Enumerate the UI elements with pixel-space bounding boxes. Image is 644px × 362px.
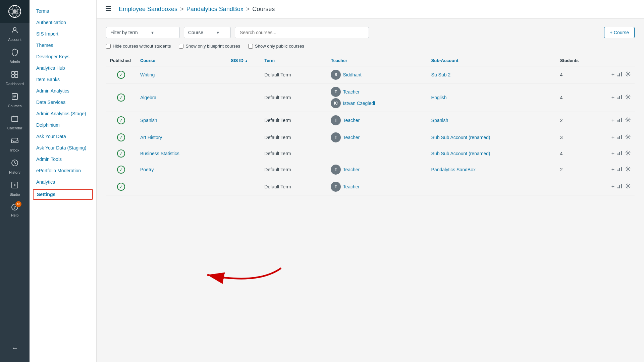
col-students[interactable]: Students [556,55,607,66]
public-only-checkbox[interactable]: Show only public courses [248,44,304,49]
sidebar-item-authentication[interactable]: Authentication [30,17,96,28]
teacher-link[interactable]: Teacher [343,89,360,95]
breadcrumb-employee-sandboxes[interactable]: Employee Sandboxes [119,6,177,13]
nav-item-admin[interactable]: Admin [0,45,30,67]
settings-icon[interactable] [625,183,631,190]
sub-account-link[interactable]: English [431,95,447,100]
nav-item-inbox[interactable]: Inbox [0,133,30,156]
sidebar-item-delphinium[interactable]: Delphinium [30,119,96,131]
cell-course[interactable]: Spanish [136,112,227,129]
cell-course[interactable]: Art History [136,129,227,146]
add-enrollment-icon[interactable]: + [611,167,614,173]
add-enrollment-icon[interactable]: + [611,150,614,157]
sidebar-item-themes[interactable]: Themes [30,40,96,51]
svg-rect-28 [618,98,619,99]
sidebar-item-item-banks[interactable]: Item Banks [30,74,96,85]
nav-item-courses[interactable]: Courses [0,89,30,111]
sub-account-link[interactable]: Sub Sub Account (renamed) [431,151,490,156]
stats-icon[interactable] [617,166,623,173]
cell-course[interactable]: Algebra [136,83,227,112]
sidebar-item-terms[interactable]: Terms [30,5,96,17]
add-enrollment-icon[interactable]: + [611,134,614,140]
sidebar-item-eportfolio-moderation[interactable]: ePortfolio Moderation [30,165,96,176]
stats-icon[interactable] [617,117,623,124]
teacher-link[interactable]: Istvan Czegledi [343,101,375,106]
stats-icon[interactable] [617,150,623,157]
sidebar-item-ask-your-data[interactable]: Ask Your Data [30,131,96,142]
teacher-link[interactable]: Teacher [343,135,360,140]
cell-course[interactable]: Writing [136,66,227,83]
sidebar-item-settings[interactable]: Settings [33,189,93,200]
settings-icon[interactable] [625,94,631,101]
settings-icon[interactable] [625,150,631,157]
breadcrumb-pandalytics[interactable]: Pandalytics SandBox [186,6,244,13]
settings-icon[interactable] [625,134,631,141]
sidebar-item-admin-tools[interactable]: Admin Tools [30,154,96,165]
sidebar-item-admin-analytics[interactable]: Admin Analytics [30,85,96,97]
nav-calendar-label: Calendar [7,126,22,130]
sub-account-link[interactable]: Pandalytics SandBox [431,167,476,172]
sidebar-item-admin-analytics-stage[interactable]: Admin Analytics (Stage) [30,108,96,119]
sidebar-item-data-services[interactable]: Data Services [30,97,96,108]
stats-icon[interactable] [617,94,623,101]
settings-icon[interactable] [625,117,631,124]
course-link[interactable]: Art History [140,135,162,140]
svg-point-27 [627,73,629,75]
course-link[interactable]: Business Statistics [140,151,179,156]
cell-course[interactable]: Business Statistics [136,146,227,161]
col-published[interactable]: Published [106,55,136,66]
sidebar-item-developer-keys[interactable]: Developer Keys [30,51,96,62]
stats-icon[interactable] [617,134,623,141]
col-term[interactable]: Term [260,55,327,66]
course-link[interactable]: Algebra [140,95,156,100]
teacher-link[interactable]: Teacher [343,184,360,189]
nav-item-history[interactable]: History [0,156,30,178]
add-enrollment-icon[interactable]: + [611,117,614,123]
settings-icon[interactable] [625,166,631,173]
term-filter[interactable]: Filter by term ▾ [106,27,180,38]
app-logo[interactable] [0,0,30,23]
stats-icon[interactable] [617,71,623,78]
svg-rect-42 [621,151,622,155]
teacher-link[interactable]: Teacher [343,167,360,172]
settings-icon[interactable] [625,71,631,78]
svg-rect-4 [12,71,14,74]
course-link[interactable]: Poetry [140,167,154,172]
teacher-link[interactable]: Teacher [343,118,360,123]
nav-item-studio[interactable]: Studio [0,178,30,200]
blueprint-only-checkbox[interactable]: Show only blueprint courses [179,44,240,49]
sidebar-item-ask-your-data-staging[interactable]: Ask Your Data (Staging) [30,142,96,154]
course-type-filter[interactable]: Course ▾ [184,27,231,38]
cell-course[interactable]: Poetry [136,161,227,178]
course-link[interactable]: Writing [140,72,155,77]
col-sis-id[interactable]: SIS ID ▲ [227,55,260,66]
sub-account-link[interactable]: Su Sub 2 [431,72,451,77]
hamburger-menu[interactable] [105,5,112,14]
sidebar-item-analytics[interactable]: Analytics [30,176,96,188]
teacher-link[interactable]: Siddhant [343,72,361,77]
teacher-row: TTeacher [331,87,423,97]
add-course-button[interactable]: + Course [604,27,635,38]
sidebar-item-sis-import[interactable]: SIS Import [30,28,96,40]
hide-no-students-checkbox[interactable]: Hide courses without students [106,44,171,49]
stats-icon[interactable] [617,183,623,190]
col-sub-account[interactable]: Sub-Account [427,55,556,66]
cell-course[interactable] [136,178,227,195]
sub-account-link[interactable]: Spanish [431,118,448,123]
col-course[interactable]: Course [136,55,227,66]
cell-teacher: TTeacher [327,112,427,129]
nav-back-button[interactable]: ← [0,341,30,355]
nav-item-calendar[interactable]: Calendar [0,111,30,133]
sidebar-item-analytics-hub[interactable]: Analytics Hub [30,62,96,74]
nav-item-dashboard[interactable]: Dashboard [0,67,30,89]
add-enrollment-icon[interactable]: + [611,95,614,101]
add-enrollment-icon[interactable]: + [611,72,614,78]
add-enrollment-icon[interactable]: + [611,184,614,190]
search-input[interactable] [235,27,369,38]
teacher-row: SSiddhant [331,70,423,80]
nav-item-help[interactable]: ? 10 Help [0,200,30,221]
sub-account-link[interactable]: Sub Sub Account (renamed) [431,135,490,140]
course-link[interactable]: Spanish [140,118,157,123]
nav-item-account[interactable]: Account [0,23,30,45]
col-teacher[interactable]: Teacher [327,55,427,66]
